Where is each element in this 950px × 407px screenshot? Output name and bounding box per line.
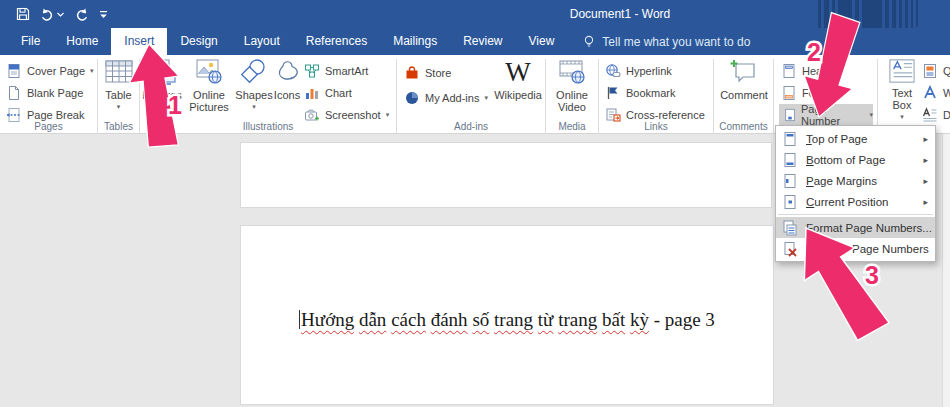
online-video-button[interactable]: Online Video [551, 58, 593, 113]
wordart-button[interactable]: W [922, 83, 950, 102]
more-commands-icon [99, 10, 108, 19]
comment-label: Comment [720, 89, 768, 101]
redo-button[interactable] [74, 7, 89, 21]
save-button[interactable] [16, 7, 30, 21]
customize-qat-button[interactable] [99, 10, 108, 19]
tab-references[interactable]: References [293, 28, 380, 55]
online-video-icon [557, 58, 587, 86]
ribbon-group-links: Hyperlink Bookmark Cross-reference Links [599, 55, 713, 133]
smartart-button[interactable]: SmartArt [304, 61, 368, 80]
quick-access-toolbar [16, 0, 108, 28]
bookmark-button[interactable]: Bookmark [605, 83, 676, 102]
blank-page-button[interactable]: Blank Page [6, 83, 83, 102]
chevron-down-icon: ▾ [386, 111, 390, 119]
tab-design[interactable]: Design [167, 28, 230, 55]
shapes-icon [239, 58, 269, 86]
wikipedia-button[interactable]: W Wikipedia [494, 58, 542, 101]
watermark-bar [916, 0, 918, 27]
tab-insert[interactable]: Insert [111, 28, 167, 55]
menu-item-icon [782, 173, 798, 189]
lightbulb-icon [583, 35, 595, 49]
comment-icon [729, 58, 759, 86]
menu-item-page-margins[interactable]: Page Margins [776, 170, 935, 191]
menu-item-current-position[interactable]: Current Position [776, 191, 935, 212]
my-addins-icon [404, 90, 420, 106]
cover-page-icon [6, 63, 22, 79]
comment-button[interactable]: Comment [721, 58, 767, 101]
tell-me-box[interactable]: Tell me what you want to do [583, 28, 750, 55]
chevron-down-icon: ▾ [117, 101, 121, 113]
store-button[interactable]: Store [404, 63, 451, 82]
undo-button[interactable] [40, 7, 64, 21]
menu-separator [778, 214, 933, 215]
menu-item-top-of-page[interactable]: Top of Page [776, 128, 935, 149]
doc-word: từ [538, 309, 554, 330]
smartart-icon [304, 63, 320, 79]
table-button[interactable]: Table ▾ [100, 58, 137, 113]
screenshot-label: Screenshot [325, 109, 381, 121]
drop-cap-button[interactable]: Dr [922, 105, 950, 124]
page-number-button[interactable]: Page Number ▾ [779, 104, 873, 126]
online-pictures-icon [194, 58, 224, 86]
header-icon [781, 63, 797, 79]
hyperlink-button[interactable]: Hyperlink [605, 61, 672, 80]
header-button[interactable]: Header [781, 61, 838, 80]
menu-item-remove-page-numbers[interactable]: Remove Page Numbers [776, 238, 935, 259]
store-label: Store [425, 67, 451, 79]
page-number-menu-items: Top of PageBottom of PagePage MarginsCur… [776, 128, 935, 259]
redo-icon [74, 7, 89, 21]
pictures-label: Pictures [142, 89, 182, 101]
doc-word: số [472, 309, 489, 330]
cross-reference-label: Cross-reference [626, 109, 705, 121]
document-page-2[interactable]: Hướng dẫn cách đánh số trang từ trang bấ… [240, 225, 774, 405]
doc-word: Hướng [301, 309, 354, 330]
word-window: Document1 - Word File Home Insert Design… [0, 0, 950, 407]
doc-word: trang [494, 309, 533, 330]
tab-mailings[interactable]: Mailings [380, 28, 450, 55]
menu-item-icon [782, 220, 798, 236]
hyperlink-label: Hyperlink [626, 65, 672, 77]
ribbon-group-pages: Cover Page ▾ Blank Page Page Break Pages [0, 55, 97, 133]
bookmark-label: Bookmark [626, 87, 676, 99]
chevron-down-icon: ▾ [252, 101, 256, 113]
document-page-1[interactable] [240, 142, 772, 208]
chart-button[interactable]: Chart [304, 83, 352, 102]
group-label-tables: Tables [98, 121, 139, 132]
menu-item-format-page-numbers[interactable]: Format Page Numbers... [776, 217, 935, 238]
footer-icon [781, 85, 797, 101]
cover-page-button[interactable]: Cover Page ▾ [6, 61, 94, 80]
online-pictures-button[interactable]: Online Pictures [184, 58, 234, 113]
vertical-scrollbar[interactable] [942, 134, 950, 407]
document-text-line[interactable]: Hướng dẫn cách đánh số trang từ trang bấ… [241, 309, 773, 331]
tab-layout[interactable]: Layout [231, 28, 293, 55]
text-box-button[interactable]: Text Box ▾ [884, 58, 920, 123]
title-bar: Document1 - Word [0, 0, 950, 28]
ribbon-group-illustrations: Pictures Online Pictures Shapes ▾ [140, 55, 396, 133]
store-icon [404, 65, 420, 81]
menu-item-bottom-of-page[interactable]: Bottom of Page [776, 149, 935, 170]
shapes-button[interactable]: Shapes ▾ [236, 58, 272, 113]
my-addins-button[interactable]: My Add-ins ▾ [404, 88, 488, 107]
group-label-comments: Comments [714, 121, 773, 132]
ribbon-group-addins: Store My Add-ins ▾ W Wikipedia Add-ins [397, 55, 545, 133]
wordart-label: W [943, 87, 950, 99]
pictures-button[interactable]: Pictures [141, 58, 183, 101]
chart-label: Chart [325, 87, 352, 99]
window-title: Document1 - Word [540, 0, 700, 28]
wikipedia-label: Wikipedia [494, 89, 542, 101]
blank-page-label: Blank Page [27, 87, 83, 99]
icons-button[interactable]: Icons [272, 58, 302, 101]
quick-parts-button[interactable]: Qu [922, 61, 950, 80]
tab-file[interactable]: File [8, 28, 53, 55]
tab-home[interactable]: Home [53, 28, 111, 55]
doc-word: cách [391, 309, 426, 330]
tab-view[interactable]: View [516, 28, 568, 55]
doc-word: kỳ [630, 309, 649, 330]
chevron-down-icon: ▾ [869, 111, 873, 119]
tab-review[interactable]: Review [450, 28, 515, 55]
bookmark-icon [605, 85, 621, 101]
doc-word: bất [602, 309, 625, 330]
menu-item-icon [782, 241, 798, 257]
footer-button[interactable]: Footer [781, 83, 834, 102]
chevron-down-icon: ▾ [900, 111, 904, 123]
